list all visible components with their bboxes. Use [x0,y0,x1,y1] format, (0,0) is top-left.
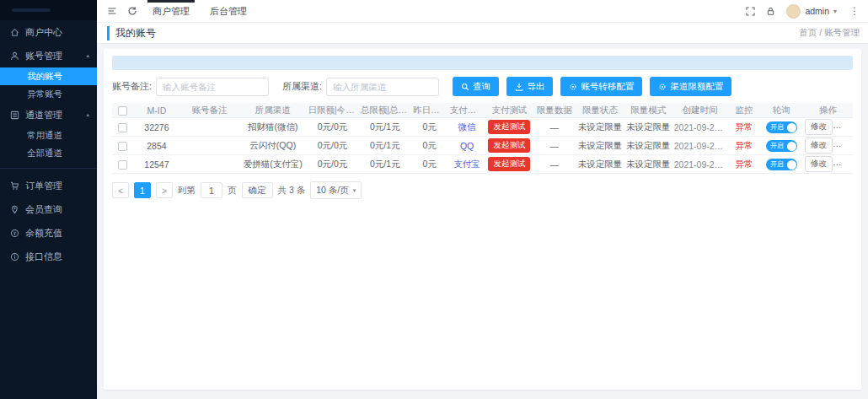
cell-daily-limit: 0元/0元 [306,118,358,137]
select-all-checkbox[interactable] [118,106,127,116]
accounts-table: M-ID 账号备注 所属渠道 日限额|今充值 总限额|总充值 昨日充值 支付模式… [112,103,853,174]
col-header: 日限额|今充值 [306,103,358,118]
refresh-icon[interactable] [127,6,137,16]
export-button[interactable]: 导出 [506,77,553,96]
info-icon [10,252,19,262]
more-icon[interactable]: ⋮ [848,5,861,17]
cell-mid: 12547 [134,155,180,174]
sidebar-group-account-management[interactable]: 账号管理 ▴ [0,44,97,67]
sidebar-item-label: 通道管理 [25,109,62,121]
table-row: 12547 爱拼猫(支付宝) 0元/0元 0元/1元 0元 支付宝 发起测试 —… [112,155,853,174]
pay-test-button[interactable]: 发起测试 [488,120,530,134]
pay-test-button[interactable]: 发起测试 [488,138,530,153]
sidebar-item-my-accounts[interactable]: 我的账号 [0,67,97,85]
sidebar-item-member-query[interactable]: 会员查询 [0,197,97,221]
monitor-status: 异常 [735,159,753,169]
table-row: 32276 招财猫(微信) 0元/0元 0元/1元 0元 微信 发起测试 — 未… [112,118,853,137]
col-header: 创建时间 [672,103,728,118]
col-header: 支付模式 [448,103,486,118]
sidebar-item-merchant-center[interactable]: 商户中心 [0,20,97,44]
sidebar-item-label: 账号管理 [25,50,62,62]
cell-quota-mode: 未设定限量 [624,137,672,155]
pay-mode-link[interactable]: QQ [460,141,474,151]
sidebar-item-abnormal-accounts[interactable]: 异常账号 [0,85,97,103]
user-menu[interactable]: admin ▾ [786,4,837,19]
pay-test-button[interactable]: 发起测试 [488,157,530,171]
goto-confirm-button[interactable]: 确定 [242,182,273,198]
cell-quota-status: 未设定限量 [576,118,624,137]
cell-daily-limit: 0元/0元 [306,155,358,174]
fullscreen-icon[interactable] [746,7,755,16]
col-header: 所属渠道 [239,103,306,118]
edit-button[interactable]: 修改 [805,137,833,154]
sidebar-item-api-info[interactable]: 接口信息 [0,245,97,268]
row-checkbox[interactable] [118,160,127,170]
sidebar-item-label: 常用通道 [27,130,62,142]
logo-mark [12,8,51,12]
content: 账号备注: 所属渠道: 查询 导出 账号转移配置 [97,44,868,399]
sidebar-item-order-management[interactable]: 订单管理 [0,174,97,197]
sidebar-item-label: 异常账号 [27,89,62,100]
remark-input[interactable] [156,78,269,96]
pay-mode-link[interactable]: 支付宝 [453,159,480,169]
menu-collapse-icon[interactable] [107,6,117,16]
download-icon [515,83,523,91]
edit-button[interactable]: 修改 [805,156,833,172]
sidebar-item-all-channels[interactable]: 全部通道 [0,144,97,162]
col-header: M-ID [134,103,180,118]
avatar [786,4,801,19]
poll-toggle[interactable]: 开启 [766,140,797,152]
tab-merchant-management[interactable]: 商户管理 [147,0,195,22]
sidebar-item-balance-recharge[interactable]: 余额充值 [0,221,97,245]
home-icon [10,28,19,37]
channel-input[interactable] [326,78,439,96]
next-page-button[interactable]: > [156,182,173,198]
tab-label: 后台管理 [210,5,247,18]
col-header: 限量数据 [533,103,576,118]
sidebar-item-label: 商户中心 [25,26,62,39]
poll-toggle[interactable]: 开启 [766,121,797,133]
account-transfer-config-button[interactable]: 账号转移配置 [560,77,642,96]
lock-icon[interactable] [766,7,775,16]
tab-label: 商户管理 [153,5,190,18]
col-header: 账号备注 [179,103,239,118]
sidebar-group-channel-management[interactable]: 通道管理 ▴ [0,103,97,127]
row-checkbox[interactable] [118,123,127,132]
poll-toggle[interactable]: 开启 [766,159,797,170]
remark-label: 账号备注: [112,80,152,93]
goto-page-input[interactable] [201,182,222,198]
button-label: 账号转移配置 [581,81,634,93]
sidebar-item-common-channels[interactable]: 常用通道 [0,127,97,144]
goto-label: 到第 [178,185,196,197]
cell-mid: 2854 [134,137,180,155]
sidebar-item-label: 我的账号 [27,71,62,83]
cart-icon [10,181,19,191]
pay-mode-link[interactable]: 微信 [458,121,476,132]
gear-icon [658,83,667,91]
prev-page-button[interactable]: < [112,182,129,198]
channel-limit-config-button[interactable]: 渠道限额配置 [650,77,731,96]
cell-total-limit: 0元/1元 [359,155,411,174]
cell-remark [179,118,239,137]
col-header: 限量模式 [624,103,672,118]
toggle-label: 开启 [770,161,784,168]
edit-button[interactable]: 修改 [805,119,833,135]
col-header: 支付测试 [486,103,533,118]
table-row: 2854 云闪付(QQ) 0元/0元 0元/1元 0元 QQ 发起测试 — 未设… [112,137,853,155]
pagination: < 1 > 到第 页 确定 共 3 条 10 条/页 ▾ [112,181,853,199]
sidebar-item-label: 会员查询 [25,203,62,216]
page-number-1[interactable]: 1 [134,182,151,198]
tab-backend-management[interactable]: 后台管理 [205,0,252,22]
search-button[interactable]: 查询 [453,77,499,96]
button-label: 渠道限额配置 [670,81,723,93]
table-header-row: M-ID 账号备注 所属渠道 日限额|今充值 总限额|总充值 昨日充值 支付模式… [112,103,853,118]
per-page-select[interactable]: 10 条/页 ▾ [310,181,362,199]
button-label: 查询 [473,81,490,93]
row-checkbox[interactable] [118,142,127,151]
cell-created: 2021-09-21... [672,137,728,155]
sidebar-item-label: 接口信息 [25,251,62,263]
sidebar-item-label: 订单管理 [25,180,62,192]
cell-remark [179,155,239,174]
sidebar-divider [0,168,97,169]
sidebar-item-label: 余额充值 [25,227,62,240]
